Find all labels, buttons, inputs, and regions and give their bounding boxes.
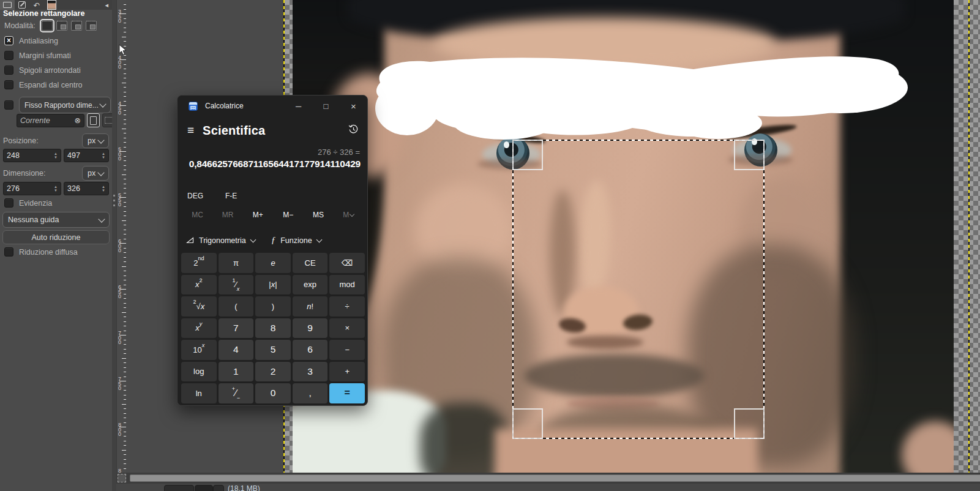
key-open-paren[interactable]: ( <box>219 296 254 317</box>
memory-ms-button[interactable]: MS <box>303 211 333 219</box>
quick-mask-toggle[interactable] <box>118 474 126 482</box>
key-reciprocal[interactable]: 1⁄x <box>219 275 254 295</box>
key-log[interactable]: log <box>181 362 217 382</box>
fixed-dropdown[interactable]: Fisso Rapporto dime... <box>19 97 111 113</box>
rounded-corners-checkbox[interactable] <box>4 66 13 75</box>
feather-checkbox[interactable] <box>4 51 13 60</box>
key-euler[interactable]: e <box>255 253 291 273</box>
statusbar-button[interactable] <box>213 485 224 491</box>
key-six[interactable]: 6 <box>293 340 328 360</box>
aspect-ratio-input[interactable]: Corrente ⊗ <box>17 114 84 127</box>
selection-handle-bottom-right[interactable] <box>734 408 765 439</box>
trigonometry-dropdown[interactable]: Trigonometria <box>186 236 255 245</box>
dock-tab-display[interactable] <box>0 0 15 10</box>
key-ln[interactable]: ln <box>181 383 217 403</box>
deg-button[interactable]: DEG <box>187 192 203 200</box>
memory-mminus-button[interactable]: M− <box>273 211 303 219</box>
statusbar-unit-dropdown[interactable] <box>164 485 194 491</box>
key-clear-entry[interactable]: CE <box>293 253 328 273</box>
maximize-button[interactable]: □ <box>312 96 340 116</box>
size-width-input[interactable]: 276 ▲▼ <box>3 182 61 195</box>
key-seven[interactable]: 7 <box>219 318 254 339</box>
selection-edge-left[interactable] <box>512 140 514 439</box>
history-icon[interactable] <box>348 124 359 137</box>
key-four[interactable]: 4 <box>219 340 254 360</box>
key-exp[interactable]: exp <box>293 275 328 295</box>
key-five[interactable]: 5 <box>255 340 291 360</box>
key-one[interactable]: 1 <box>219 362 254 382</box>
selection-edge-top[interactable] <box>512 140 765 141</box>
selection-rectangle[interactable] <box>512 140 765 439</box>
mode-subtract-button[interactable] <box>71 21 82 31</box>
selection-handle-bottom-left[interactable] <box>512 408 543 439</box>
fixed-checkbox[interactable] <box>4 100 13 110</box>
mode-replace-button[interactable] <box>42 21 53 31</box>
selection-handle-top-right[interactable] <box>734 140 765 170</box>
expand-center-checkbox[interactable] <box>4 80 13 89</box>
key-minus[interactable]: − <box>329 340 365 360</box>
mode-add-button[interactable] <box>56 21 67 31</box>
key-second[interactable]: 2nd <box>181 253 217 273</box>
auto-shrink-button[interactable]: Auto riduzione <box>2 230 110 244</box>
key-close-paren[interactable]: ) <box>255 296 291 317</box>
dock-tab-undo-history[interactable]: ↶ <box>29 0 44 10</box>
key-power[interactable]: xy <box>181 318 217 339</box>
statusbar-zoom-dropdown[interactable] <box>195 485 213 491</box>
key-negate[interactable]: +∕− <box>219 383 254 403</box>
memory-m-button[interactable]: M <box>334 211 364 219</box>
portrait-button[interactable] <box>87 113 100 127</box>
memory-mc-button[interactable]: MC <box>182 211 212 219</box>
minimize-button[interactable]: ─ <box>285 96 312 116</box>
size-height-input[interactable]: 326 ▲▼ <box>64 182 109 195</box>
selection-edge-right[interactable] <box>763 140 765 439</box>
key-zero[interactable]: 0 <box>255 383 291 403</box>
dock-menu-button[interactable]: ◂ <box>105 1 108 9</box>
close-button[interactable]: × <box>340 96 367 116</box>
spinner-arrows-icon[interactable]: ▲▼ <box>54 152 58 159</box>
key-nine[interactable]: 9 <box>293 318 328 339</box>
position-x-input[interactable]: 248 ▲▼ <box>3 149 61 162</box>
key-decimal[interactable]: , <box>293 383 328 403</box>
dock-tab-tool-options[interactable] <box>15 0 29 10</box>
key-three[interactable]: 3 <box>293 362 328 382</box>
position-y-input[interactable]: 497 ▲▼ <box>64 149 109 162</box>
key-two[interactable]: 2 <box>255 362 291 382</box>
spinner-arrows-icon[interactable]: ▲▼ <box>102 185 105 192</box>
vertical-ruler[interactable]: 3 5 04 0 04 5 05 0 05 5 06 0 06 5 07 0 0… <box>116 0 126 473</box>
memory-mplus-button[interactable]: M+ <box>243 211 273 219</box>
key-factorial[interactable]: n! <box>293 296 328 317</box>
checkbox-check-icon: × <box>7 37 11 44</box>
function-dropdown[interactable]: ƒ Funzione <box>271 235 321 246</box>
spinner-arrows-icon[interactable]: ▲▼ <box>102 152 105 159</box>
position-unit-dropdown[interactable]: px <box>82 133 109 148</box>
size-unit-dropdown[interactable]: px <box>82 166 109 181</box>
key-equals[interactable]: = <box>329 383 365 403</box>
key-plus[interactable]: + <box>329 362 365 382</box>
mode-intersect-button[interactable] <box>86 21 97 31</box>
guides-dropdown[interactable]: Nessuna guida <box>2 212 110 228</box>
selection-handle-top-left[interactable] <box>512 140 543 170</box>
panel-splitter[interactable] <box>112 0 116 491</box>
key-divide[interactable]: ÷ <box>329 296 365 317</box>
key-pi[interactable]: π <box>219 253 254 273</box>
selection-edge-bottom[interactable] <box>512 438 765 439</box>
horizontal-scrollbar[interactable] <box>130 474 980 482</box>
clear-icon[interactable]: ⊗ <box>75 116 81 125</box>
dock-tab-image[interactable] <box>44 0 59 10</box>
key-eight[interactable]: 8 <box>255 318 291 339</box>
hamburger-menu-icon[interactable]: ≡ <box>187 124 194 137</box>
key-multiply[interactable]: × <box>329 318 365 339</box>
key-abs[interactable]: |x| <box>255 275 291 295</box>
antialiasing-checkbox[interactable]: × <box>4 36 13 45</box>
highlight-checkbox[interactable] <box>4 198 13 208</box>
key-ten-power[interactable]: 10x <box>181 340 217 360</box>
memory-mr-button[interactable]: MR <box>212 211 242 219</box>
fe-button[interactable]: F-E <box>225 192 237 200</box>
key-square[interactable]: x2 <box>181 275 217 295</box>
shrink-merged-checkbox[interactable] <box>4 247 13 257</box>
key-mod[interactable]: mod <box>329 275 365 295</box>
key-sqrt[interactable]: 2√x <box>181 296 217 317</box>
calculator-titlebar[interactable]: Calcolatrice ─ □ × <box>178 96 367 116</box>
spinner-arrows-icon[interactable]: ▲▼ <box>54 185 58 192</box>
key-backspace[interactable]: ⌫ <box>329 253 365 273</box>
